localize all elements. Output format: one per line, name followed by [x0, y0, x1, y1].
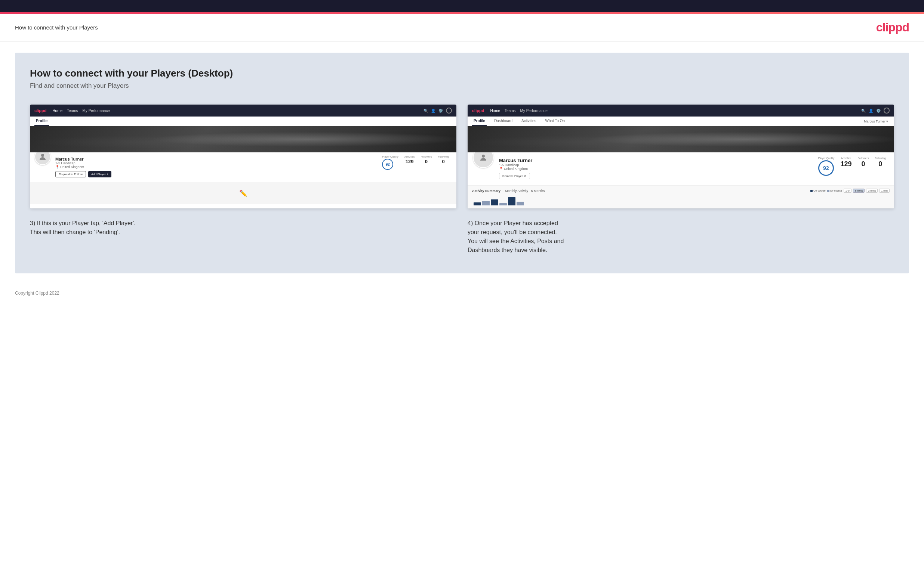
tab-profile-left[interactable]: Profile	[34, 116, 49, 126]
activity-header: Activity Summary Monthly Activity · 6 Mo…	[472, 189, 890, 193]
clippd-logo: clippd	[876, 21, 909, 34]
descriptions-row: 3) If this is your Player tap, 'Add Play…	[30, 219, 894, 255]
player-name-left: Marcus Turner	[55, 157, 375, 161]
mock-nav-items-left: Home Teams My Performance	[52, 109, 110, 113]
nav-teams-left: Teams	[67, 109, 78, 113]
avatar-left	[446, 108, 452, 114]
user-icon-right: 👤	[869, 109, 873, 113]
search-icon-left: 🔍	[423, 109, 428, 113]
description-left: 3) If this is your Player tap, 'Add Play…	[30, 219, 456, 255]
chevron-down-icon: ▾	[886, 119, 888, 123]
search-icon-right: 🔍	[861, 109, 866, 113]
settings-icon-left: ⚙️	[438, 109, 443, 113]
settings-icon-right: ⚙️	[876, 109, 880, 113]
nav-teams-right: Teams	[505, 109, 515, 113]
hero-image-right	[468, 126, 894, 152]
activity-title: Activity Summary	[472, 189, 501, 193]
close-icon-remove: ✕	[524, 174, 527, 178]
info-col-right: Marcus Turner 1-5 Handicap 📍 United King…	[499, 155, 810, 179]
stat-following-left: Following 0	[438, 155, 449, 164]
hero-image-left	[30, 126, 456, 152]
stats-row-right: Player Quality 92 Activities 129 Followe…	[815, 157, 889, 176]
description-text-right: 4) Once your Player has acceptedyour req…	[468, 219, 894, 255]
tab-dashboard-right[interactable]: Dashboard	[493, 116, 514, 126]
remove-player-area: Remove Player ✕	[499, 173, 810, 179]
action-buttons-left: Request to Follow Add Player +	[55, 171, 375, 177]
tab-activities-right[interactable]: Activities	[520, 116, 538, 126]
mock-nav-left: clippd Home Teams My Performance 🔍 👤 ⚙️	[30, 105, 456, 116]
mock-toolbar-right: 🔍 👤 ⚙️	[861, 108, 890, 114]
stat-quality-right: Player Quality 92	[818, 157, 835, 176]
svg-point-1	[482, 155, 485, 158]
stat-quality-left: Player Quality 92	[382, 155, 399, 170]
location-pin-icon-right: 📍	[499, 167, 503, 171]
mock-tabs-right: Profile Dashboard Activities What To On …	[468, 116, 894, 126]
legend-offcourse: Off course	[827, 189, 842, 192]
oncourse-dot	[810, 190, 813, 192]
player-dropdown[interactable]: Marcus Turner ▾	[862, 116, 890, 126]
time-btn-3mths[interactable]: 3 mths	[866, 189, 878, 193]
bottom-content-left: ✏️	[30, 182, 456, 204]
header: How to connect with your Players clippd	[0, 14, 924, 42]
player-name-right: Marcus Turner	[499, 158, 810, 163]
quality-circle-left: 92	[382, 159, 393, 170]
stat-followers-right: Followers 0	[858, 157, 869, 168]
avatar-right	[884, 108, 890, 114]
page-subheading: Find and connect with your Players	[30, 82, 894, 90]
breadcrumb: How to connect with your Players	[15, 24, 98, 31]
tab-profile-right[interactable]: Profile	[472, 116, 487, 126]
mock-tabs-left: Profile	[30, 116, 456, 126]
time-btn-6mths[interactable]: 6 mths	[853, 189, 864, 193]
remove-player-button[interactable]: Remove Player ✕	[499, 173, 530, 179]
description-right: 4) Once your Player has acceptedyour req…	[468, 219, 894, 255]
nav-myperformance-left: My Performance	[82, 109, 110, 113]
svg-point-0	[41, 154, 44, 157]
footer: Copyright Clippd 2022	[0, 285, 924, 302]
quality-circle-right: 92	[818, 160, 834, 176]
activity-subtitle: Monthly Activity · 6 Months	[505, 189, 545, 193]
main-content: How to connect with your Players (Deskto…	[15, 53, 909, 273]
copyright-text: Copyright Clippd 2022	[15, 290, 60, 296]
screenshot-left: clippd Home Teams My Performance 🔍 👤 ⚙️ …	[30, 105, 456, 208]
mock-logo-left: clippd	[34, 108, 46, 113]
profile-info-left: Marcus Turner 1-5 Handicap 📍 United King…	[55, 155, 375, 177]
stats-row-left: Player Quality 92 Activities 129 Followe…	[379, 155, 452, 170]
request-follow-button[interactable]: Request to Follow	[55, 171, 86, 177]
chart-bar-2	[482, 201, 489, 205]
pen-icon-left: ✏️	[239, 189, 247, 198]
stat-following-right: Following 0	[875, 157, 886, 168]
mock-toolbar-left: 🔍 👤 ⚙️	[423, 108, 452, 114]
mock-nav-right: clippd Home Teams My Performance 🔍 👤 ⚙️	[468, 105, 894, 116]
description-text-left: 3) If this is your Player tap, 'Add Play…	[30, 219, 456, 237]
mock-nav-items-right: Home Teams My Performance	[490, 109, 548, 113]
offcourse-dot	[827, 190, 829, 192]
chart-bar-5	[508, 197, 515, 205]
location-pin-icon-left: 📍	[55, 165, 60, 169]
time-btn-1yr[interactable]: 1 yr	[844, 189, 852, 193]
player-location-left: 📍 United Kingdom	[55, 165, 375, 169]
legend-oncourse: On course	[810, 189, 825, 192]
player-location-right: 📍 United Kingdom	[499, 167, 810, 171]
nav-home-left: Home	[52, 109, 62, 113]
add-player-button[interactable]: Add Player +	[88, 171, 111, 177]
chart-bar-4	[499, 203, 507, 205]
time-btn-1mth[interactable]: 1 mth	[879, 189, 890, 193]
activity-chart	[472, 195, 890, 205]
activity-summary-bar: Activity Summary Monthly Activity · 6 Mo…	[468, 185, 894, 208]
nav-home-right: Home	[490, 109, 500, 113]
hero-overlay-left	[30, 126, 456, 152]
chart-bar-3	[491, 200, 498, 205]
chart-bar-6	[517, 201, 524, 205]
top-bar	[0, 0, 924, 12]
mock-logo-right: clippd	[472, 108, 484, 113]
tab-whattoon-right[interactable]: What To On	[544, 116, 567, 126]
hero-overlay-right	[468, 126, 894, 152]
chart-bar-1	[473, 202, 481, 205]
player-handicap-right: 1-5 Handicap	[499, 163, 810, 167]
nav-myperformance-right: My Performance	[520, 109, 548, 113]
profile-section-right: Marcus Turner 1-5 Handicap 📍 United King…	[468, 152, 894, 184]
screenshots-row: clippd Home Teams My Performance 🔍 👤 ⚙️ …	[30, 105, 894, 208]
stat-activities-right: Activities 129	[840, 157, 851, 168]
profile-section-left: Marcus Turner 1-5 Handicap 📍 United King…	[30, 152, 456, 182]
stat-followers-left: Followers 0	[420, 155, 432, 164]
